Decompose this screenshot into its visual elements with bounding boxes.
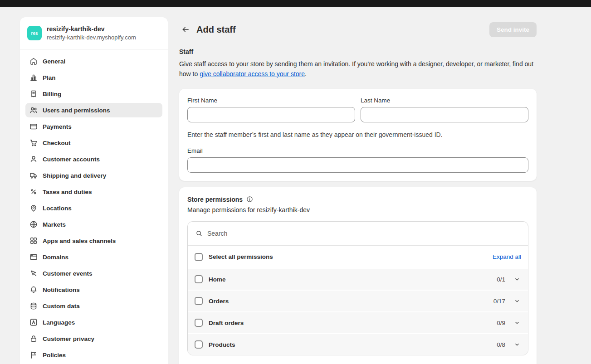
sidebar-item-customer-accounts[interactable]: Customer accounts [25,152,162,166]
sidebar-item-markets[interactable]: Markets [25,217,162,232]
first-name-field: First Name [187,97,355,122]
store-avatar: res [27,26,42,40]
customer-accounts-icon [29,155,38,164]
sidebar-item-shipping-and-delivery[interactable]: Shipping and delivery [25,168,162,183]
store-permissions-head: Store permissions [187,195,528,203]
sidebar-item-checkout[interactable]: Checkout [25,136,162,150]
privacy-icon [29,334,38,343]
permission-checkbox[interactable] [195,297,203,305]
sidebar-item-label: Payments [43,123,72,130]
permission-checkbox[interactable] [195,319,203,327]
checkout-icon [29,138,38,147]
chevron-down-icon[interactable] [513,275,521,283]
permissions-search-input[interactable] [207,230,521,237]
back-arrow-icon [181,25,190,34]
sidebar-item-label: Customer privacy [43,335,94,342]
sidebar-item-label: Users and permissions [43,107,110,114]
notifications-icon [29,285,38,294]
email-input[interactable] [187,157,528,173]
last-name-input[interactable] [361,107,528,122]
permission-checkbox[interactable] [195,340,203,349]
sidebar-item-label: Notifications [43,286,80,293]
store-header[interactable]: res resizify-karthik-dev resizify-karthi… [20,17,168,49]
permission-checkbox[interactable] [195,275,203,283]
name-helper-text: Enter the staff member’s first and last … [187,130,528,139]
permission-row-draft-orders[interactable]: Draft orders0/9 [188,311,528,333]
sidebar-item-notifications[interactable]: Notifications [25,282,162,297]
apps-icon [29,236,38,245]
chevron-down-icon[interactable] [513,297,521,305]
store-permissions-subheading: Manage permissions for resizify-karthik-… [187,206,528,214]
sidebar-item-domains[interactable]: Domains [25,250,162,264]
sidebar-item-plan[interactable]: Plan [25,70,162,85]
permission-count: 0/9 [497,320,505,326]
sidebar-item-custom-data[interactable]: Custom data [25,299,162,313]
first-name-input[interactable] [187,107,355,122]
email-field-group: Email [187,147,528,173]
staff-intro: Staff Give staff access to your store by… [179,48,537,79]
users-icon [29,106,38,115]
permissions-list: Select all permissions Expand all Home0/… [187,221,528,355]
sidebar-item-payments[interactable]: Payments [25,119,162,134]
permission-label: Products [209,341,235,348]
custom-data-icon [29,301,38,311]
markets-icon [29,220,38,229]
store-name: resizify-karthik-dev [47,25,136,33]
languages-icon [29,318,38,327]
locations-icon [29,204,38,213]
name-fields-row: First Name Last Name [187,97,528,122]
sidebar-item-languages[interactable]: Languages [25,315,162,330]
store-permissions-card: Store permissions Manage permissions for… [179,187,537,364]
last-name-label: Last Name [361,97,528,104]
chevron-down-icon[interactable] [513,319,521,327]
staff-name-card: First Name Last Name Enter the staff mem… [179,89,537,181]
permissions-search[interactable] [188,222,528,245]
sidebar-item-label: Billing [43,91,61,97]
select-all-label: Select all permissions [209,253,273,260]
sidebar-item-users-and-permissions[interactable]: Users and permissions [25,103,162,117]
store-initials: res [31,31,38,36]
staff-description: Give staff access to your store by sendi… [179,59,537,79]
sidebar-item-label: Shipping and delivery [43,172,106,179]
billing-icon [29,89,38,98]
sidebar-item-general[interactable]: General [25,54,162,68]
last-name-field: Last Name [361,97,528,122]
title-wrap: Add staff [179,23,236,36]
sidebar-item-locations[interactable]: Locations [25,201,162,215]
staff-description-period: . [305,70,307,78]
sidebar-item-label: Markets [43,221,66,228]
permission-rows: Home0/1Orders0/17Draft orders0/9Products… [188,268,528,355]
shipping-icon [29,171,38,180]
policies-icon [29,350,38,359]
payments-icon [29,122,38,131]
collaborator-access-link[interactable]: give collaborator access to your store [200,70,305,78]
sidebar-item-taxes-and-duties[interactable]: Taxes and duties [25,184,162,199]
sidebar-item-label: Custom data [43,303,80,310]
chevron-down-icon[interactable] [513,340,521,349]
staff-heading: Staff [179,48,537,55]
select-all-checkbox[interactable] [195,253,203,261]
permission-row-orders[interactable]: Orders0/17 [188,290,528,311]
sidebar-item-label: Languages [43,319,75,326]
sidebar-item-apps-and-sales-channels[interactable]: Apps and sales channels [25,233,162,248]
send-invite-button[interactable]: Send invite [489,22,537,37]
expand-all-link[interactable]: Expand all [493,253,521,260]
home-icon [29,57,38,66]
select-all-row[interactable]: Select all permissions Expand all [188,245,528,268]
sidebar-item-label: General [43,58,65,65]
permission-row-products[interactable]: Products0/8 [188,333,528,355]
back-button[interactable] [179,23,192,36]
customer-events-icon [29,269,38,278]
sidebar-item-label: Taxes and duties [43,189,92,195]
sidebar-item-label: Policies [43,352,66,359]
sidebar-item-policies[interactable]: Policies [25,348,162,362]
plan-icon [29,73,38,82]
store-permissions-heading: Store permissions [187,196,243,203]
sidebar-item-label: Domains [43,254,68,261]
main-content: Add staff Send invite Staff Give staff a… [179,22,537,364]
sidebar-item-customer-privacy[interactable]: Customer privacy [25,331,162,346]
sidebar-item-billing[interactable]: Billing [25,87,162,101]
permission-row-home[interactable]: Home0/1 [188,268,528,290]
sidebar-item-customer-events[interactable]: Customer events [25,266,162,281]
info-icon[interactable] [246,195,254,203]
